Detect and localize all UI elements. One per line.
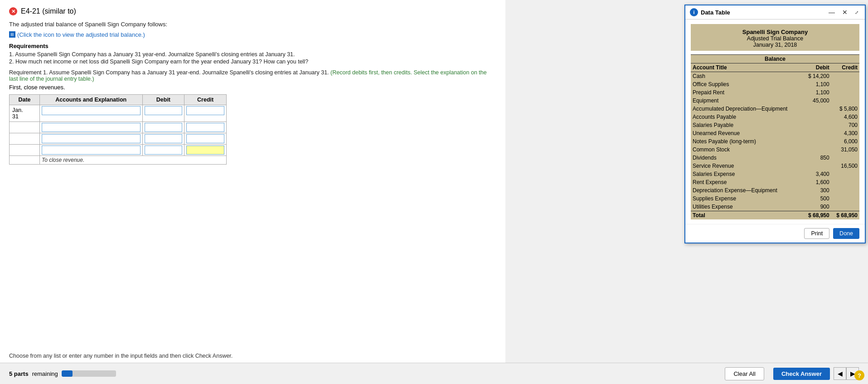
acct-name: Supplies Expense <box>691 194 803 203</box>
clear-all-button[interactable]: Clear All <box>725 367 764 380</box>
resize-button[interactable]: ⤢ <box>853 9 860 16</box>
journal-entry-table: Date Accounts and Explanation Debit Cred… <box>9 94 227 165</box>
done-button[interactable]: Done <box>833 228 859 239</box>
panel-header-left: i Data Table <box>690 8 730 16</box>
panel-title: Data Table <box>701 9 730 16</box>
acct-name: Salaries Expense <box>691 170 803 178</box>
debit-val <box>803 113 831 121</box>
credit-val: 16,500 <box>831 162 859 170</box>
credit-input-1[interactable] <box>186 106 224 115</box>
debit-val: 900 <box>803 203 831 211</box>
info-icon: i <box>690 8 698 16</box>
link-row: ⊞ (Click the icon to view the adjusted t… <box>9 30 496 38</box>
data-table-content: Spanelli Sign Company Adjusted Trial Bal… <box>685 19 865 224</box>
table-row: Unearned Revenue4,300 <box>691 129 859 137</box>
print-button[interactable]: Print <box>804 228 829 239</box>
atb-date: January 31, 2018 <box>691 42 859 48</box>
debit-val <box>803 137 831 146</box>
debit-val: $ 14,200 <box>803 72 831 81</box>
table-row: Jan. 31 <box>10 105 227 122</box>
debit-input-4[interactable] <box>145 146 183 155</box>
acct-input-1[interactable] <box>42 106 141 115</box>
credit-val: 4,600 <box>831 113 859 121</box>
prev-arrow[interactable]: ◀ <box>834 367 846 380</box>
panel-controls: — ✕ ⤢ <box>827 9 860 16</box>
acct-input-3[interactable] <box>42 134 141 143</box>
acct-input-2[interactable] <box>42 123 141 132</box>
debit-cell-4 <box>142 144 184 156</box>
col-header-acct: Accounts and Explanation <box>39 94 142 105</box>
balance-header: Balance <box>691 55 859 63</box>
trial-balance-link[interactable]: ⊞ (Click the icon to view the adjusted t… <box>9 31 145 38</box>
acct-name: Depreciation Expense—Equipment <box>691 186 803 194</box>
minimize-button[interactable]: — <box>827 9 837 16</box>
parts-info: 5 parts remaining <box>9 370 116 377</box>
hint-icon[interactable]: ? <box>854 370 864 380</box>
check-answer-button[interactable]: Check Answer <box>773 368 830 380</box>
table-row: Office Supplies1,100 <box>691 80 859 88</box>
col-header-date: Date <box>10 94 40 105</box>
acct-name: Unearned Revenue <box>691 129 803 137</box>
close-panel-button[interactable]: ✕ <box>840 9 849 16</box>
instruction-text: Requirement 1. Assume Spanelli Sign Comp… <box>9 69 496 82</box>
date-cell-3 <box>10 133 40 144</box>
acct-name: Service Revenue <box>691 162 803 170</box>
data-table-panel: i Data Table — ✕ ⤢ Spanelli Sign Company… <box>684 5 866 243</box>
credit-val <box>831 80 859 88</box>
table-row: Accounts Payable4,600 <box>691 113 859 121</box>
debit-cell-3 <box>142 133 184 144</box>
credit-val: 31,050 <box>831 146 859 154</box>
acct-name: Salaries Payable <box>691 121 803 129</box>
debit-input-2[interactable] <box>145 123 183 132</box>
debit-val: 1,600 <box>803 178 831 186</box>
progress-bar-fill <box>62 370 73 377</box>
credit-val <box>831 178 859 186</box>
col-debit: Debit <box>803 63 831 72</box>
debit-val: 3,400 <box>803 170 831 178</box>
acct-name: Prepaid Rent <box>691 88 803 97</box>
credit-val <box>831 154 859 162</box>
grid-icon: ⊞ <box>9 31 15 38</box>
acct-name: Dividends <box>691 154 803 162</box>
intro-text: The adjusted trial balance of Spanelli S… <box>9 21 496 28</box>
requirements-title: Requirements <box>9 43 496 49</box>
acct-cell-2 <box>39 122 142 133</box>
panel-footer: Print Done <box>685 224 865 243</box>
table-row: Salaries Payable700 <box>691 121 859 129</box>
parts-count: 5 parts <box>9 370 29 377</box>
choose-text: Choose from any list or enter any number… <box>9 353 233 359</box>
req-item-2: 2. How much net income or net loss did S… <box>9 58 496 65</box>
total-debit: $ 68,950 <box>803 211 831 220</box>
acct-name: Cash <box>691 72 803 81</box>
credit-val: 6,000 <box>831 137 859 146</box>
close-icon[interactable]: ✕ <box>9 7 17 15</box>
debit-input-3[interactable] <box>145 134 183 143</box>
credit-input-3[interactable] <box>186 134 224 143</box>
col-header-credit: Credit <box>184 94 227 105</box>
credit-val: $ 5,800 <box>831 105 859 113</box>
table-row: Depreciation Expense—Equipment300 <box>691 186 859 194</box>
atb-header: Spanelli Sign Company Adjusted Trial Bal… <box>691 24 859 51</box>
atb-company: Spanelli Sign Company <box>691 29 859 35</box>
table-row <box>10 133 227 144</box>
col-account: Account Title <box>691 63 803 72</box>
explanation-date <box>10 156 40 164</box>
table-row: Common Stock31,050 <box>691 146 859 154</box>
acct-name: Rent Expense <box>691 178 803 186</box>
acct-input-4[interactable] <box>42 146 141 155</box>
table-row: Equipment45,000 <box>691 97 859 105</box>
table-row: Prepaid Rent1,100 <box>691 88 859 97</box>
credit-val <box>831 203 859 211</box>
table-row: Salaries Expense3,400 <box>691 170 859 178</box>
credit-val <box>831 186 859 194</box>
table-row: Supplies Expense500 <box>691 194 859 203</box>
date-cell-jan: Jan. 31 <box>10 105 40 122</box>
credit-input-4[interactable] <box>186 146 224 155</box>
debit-input-1[interactable] <box>145 106 183 115</box>
credit-val <box>831 170 859 178</box>
credit-input-2[interactable] <box>186 123 224 132</box>
col-credit: Credit <box>831 63 859 72</box>
problem-title-row: ✕ E4-21 (similar to) <box>9 7 496 15</box>
acct-name: Notes Payable (long-term) <box>691 137 803 146</box>
credit-val: 700 <box>831 121 859 129</box>
